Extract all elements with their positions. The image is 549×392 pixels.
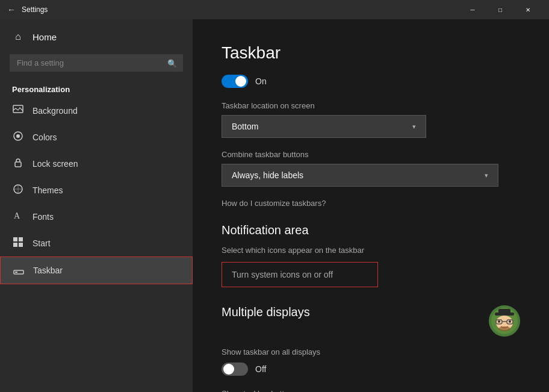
sidebar-item-lock-screen[interactable]: Lock screen [0, 151, 193, 177]
chevron-down-icon-2: ▾ [485, 172, 488, 179]
sidebar-item-label-start: Start [33, 238, 51, 248]
lock-screen-icon [12, 157, 24, 170]
sidebar-item-label-lock-screen: Lock screen [33, 159, 78, 169]
combine-buttons-dropdown[interactable]: Always, hide labels ▾ [222, 164, 498, 187]
combine-buttons-label: Combine taskbar buttons [222, 150, 520, 159]
sidebar-item-label-colors: Colors [33, 132, 57, 142]
sidebar-item-label-background: Background [33, 106, 78, 116]
svg-rect-7 [19, 237, 23, 241]
home-icon: ⌂ [12, 31, 24, 42]
taskbar-toggle[interactable] [222, 75, 248, 88]
title-bar-title: Settings [22, 5, 48, 14]
sidebar-item-start[interactable]: Start [0, 230, 193, 257]
svg-point-2 [16, 134, 20, 138]
search-input[interactable] [10, 54, 183, 72]
toggle-knob [235, 76, 246, 87]
taskbar-location-label: Taskbar location on screen [222, 101, 520, 110]
customize-link[interactable]: How do I customize taskbars? [222, 199, 520, 208]
chevron-down-icon: ▾ [412, 123, 416, 131]
sidebar-search-container: 🔍 [10, 54, 183, 72]
svg-point-19 [498, 320, 500, 323]
turn-system-icons-link[interactable]: Turn system icons on or off [222, 262, 378, 287]
sidebar-item-taskbar[interactable]: Taskbar [0, 257, 193, 284]
sidebar-item-label-fonts: Fonts [33, 212, 54, 222]
show-taskbar-toggle-label: Off [255, 364, 266, 374]
minimize-button[interactable]: ─ [459, 0, 486, 19]
close-button[interactable]: ✕ [514, 0, 542, 19]
svg-rect-6 [13, 237, 17, 241]
multiple-displays-title: Multiple displays [222, 305, 310, 319]
sidebar-item-themes[interactable]: Themes [0, 177, 193, 204]
show-taskbar-label: Show taskbar on all displays [222, 347, 520, 356]
svg-point-20 [509, 320, 511, 323]
svg-rect-11 [15, 272, 17, 273]
toggle-knob-2 [223, 364, 234, 375]
maximize-button[interactable]: □ [486, 0, 514, 19]
taskbar-toggle-label: On [255, 76, 267, 86]
title-bar: ← Settings ─ □ ✕ [0, 0, 549, 19]
sidebar-item-background[interactable]: Background [0, 98, 193, 124]
svg-text:A: A [14, 211, 20, 220]
main-content: Taskbar On Taskbar location on screen Bo… [193, 19, 549, 392]
svg-point-21 [498, 326, 510, 331]
sidebar-section-label: Personalization [0, 79, 193, 98]
taskbar-location-dropdown[interactable]: Bottom ▾ [222, 115, 426, 138]
multiple-displays-header: Multiple displays [222, 305, 520, 337]
notification-sub: Select which icons appear on the taskbar [222, 246, 520, 255]
colors-icon [12, 131, 24, 144]
svg-rect-14 [498, 309, 510, 314]
page-title: Taskbar [222, 43, 520, 63]
show-taskbar-buttons-label: Show taskbar buttons on [222, 389, 520, 392]
show-taskbar-toggle-row: Off [222, 362, 520, 376]
fonts-icon: A [12, 210, 24, 223]
mascot-avatar [489, 305, 520, 337]
sidebar-home-label: Home [33, 32, 57, 42]
taskbar-toggle-row: On [222, 75, 520, 88]
combine-buttons-value: Always, hide labels [232, 170, 303, 180]
sidebar-item-label-taskbar: Taskbar [33, 266, 63, 275]
taskbar-icon [13, 264, 25, 277]
sidebar-item-fonts[interactable]: AFonts [0, 204, 193, 230]
notification-area-title: Notification area [222, 223, 520, 237]
background-icon [12, 104, 24, 117]
sidebar: ⌂ Home 🔍 Personalization BackgroundColor… [0, 19, 193, 392]
taskbar-location-value: Bottom [232, 122, 258, 131]
sidebar-item-colors[interactable]: Colors [0, 124, 193, 151]
themes-icon [12, 184, 24, 197]
svg-rect-9 [19, 243, 23, 247]
sidebar-item-label-themes: Themes [33, 185, 63, 195]
show-taskbar-toggle[interactable] [222, 362, 248, 376]
sidebar-nav: BackgroundColorsLock screenThemesAFontsS… [0, 98, 193, 284]
window-controls: ─ □ ✕ [459, 0, 542, 19]
start-icon [12, 237, 24, 250]
sidebar-home[interactable]: ⌂ Home [0, 24, 193, 49]
show-taskbar-row: Show taskbar on all displays Off [222, 347, 520, 376]
svg-rect-3 [15, 162, 21, 167]
back-button[interactable]: ← [7, 5, 16, 14]
search-icon: 🔍 [167, 58, 177, 67]
svg-rect-8 [13, 243, 17, 247]
